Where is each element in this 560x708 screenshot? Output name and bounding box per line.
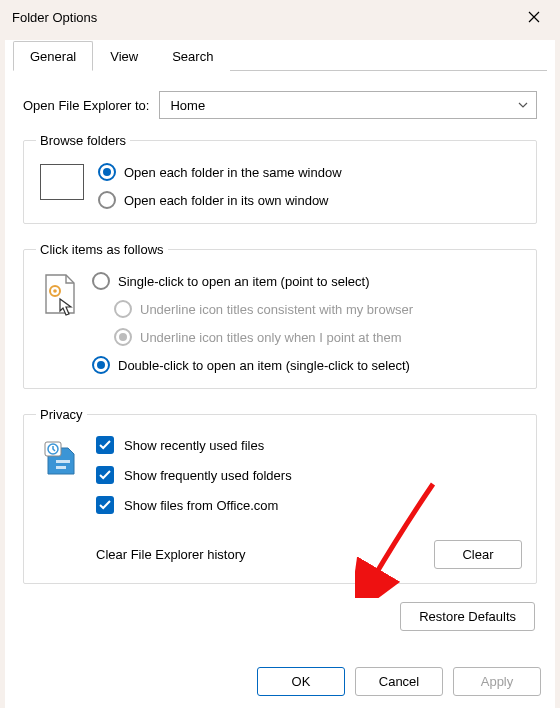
apply-button[interactable]: Apply xyxy=(453,667,541,696)
click-items-legend: Click items as follows xyxy=(36,242,168,257)
svg-rect-5 xyxy=(56,466,66,469)
chevron-down-icon xyxy=(518,102,528,108)
radio-icon xyxy=(114,300,132,318)
privacy-legend: Privacy xyxy=(36,407,87,422)
open-explorer-value: Home xyxy=(170,98,205,113)
check-label: Show recently used files xyxy=(124,438,264,453)
file-click-icon xyxy=(42,273,78,317)
radio-underline-browser: Underline icon titles consistent with my… xyxy=(114,300,413,318)
open-explorer-label: Open File Explorer to: xyxy=(23,98,149,113)
open-explorer-select[interactable]: Home xyxy=(159,91,537,119)
check-office-files[interactable]: Show files from Office.com xyxy=(96,496,524,514)
checkbox-icon xyxy=(96,496,114,514)
radio-same-window[interactable]: Open each folder in the same window xyxy=(98,163,342,181)
browse-folders-legend: Browse folders xyxy=(36,133,130,148)
radio-label: Double-click to open an item (single-cli… xyxy=(118,358,410,373)
tab-general[interactable]: General xyxy=(13,41,93,71)
cancel-button[interactable]: Cancel xyxy=(355,667,443,696)
checkbox-icon xyxy=(96,436,114,454)
restore-defaults-button[interactable]: Restore Defaults xyxy=(400,602,535,631)
check-label: Show files from Office.com xyxy=(124,498,278,513)
radio-label: Open each folder in the same window xyxy=(124,165,342,180)
click-items-group: Click items as follows Single-click to o… xyxy=(23,242,537,389)
radio-label: Open each folder in its own window xyxy=(124,193,329,208)
check-label: Show frequently used folders xyxy=(124,468,292,483)
close-button[interactable] xyxy=(514,3,554,31)
privacy-icon xyxy=(42,438,82,478)
radio-icon xyxy=(98,163,116,181)
radio-label: Underline icon titles only when I point … xyxy=(140,330,402,345)
radio-label: Underline icon titles consistent with my… xyxy=(140,302,413,317)
tabs: General View Search xyxy=(13,40,547,71)
radio-icon xyxy=(114,328,132,346)
check-frequent-folders[interactable]: Show frequently used folders xyxy=(96,466,524,484)
close-icon xyxy=(528,11,540,23)
tab-view[interactable]: View xyxy=(93,41,155,71)
radio-double-click[interactable]: Double-click to open an item (single-cli… xyxy=(92,356,413,374)
clear-history-label: Clear File Explorer history xyxy=(96,547,246,562)
window-title: Folder Options xyxy=(12,10,97,25)
svg-point-1 xyxy=(53,289,57,293)
clear-button[interactable]: Clear xyxy=(434,540,522,569)
radio-icon xyxy=(98,191,116,209)
folder-window-icon xyxy=(40,164,84,200)
radio-icon xyxy=(92,272,110,290)
radio-single-click[interactable]: Single-click to open an item (point to s… xyxy=(92,272,413,290)
svg-rect-4 xyxy=(56,460,70,463)
radio-icon xyxy=(92,356,110,374)
privacy-group: Privacy Show recently used files xyxy=(23,407,537,584)
ok-button[interactable]: OK xyxy=(257,667,345,696)
radio-label: Single-click to open an item (point to s… xyxy=(118,274,369,289)
tab-search[interactable]: Search xyxy=(155,41,230,71)
check-recent-files[interactable]: Show recently used files xyxy=(96,436,524,454)
checkbox-icon xyxy=(96,466,114,484)
radio-underline-point: Underline icon titles only when I point … xyxy=(114,328,413,346)
browse-folders-group: Browse folders Open each folder in the s… xyxy=(23,133,537,224)
radio-own-window[interactable]: Open each folder in its own window xyxy=(98,191,342,209)
